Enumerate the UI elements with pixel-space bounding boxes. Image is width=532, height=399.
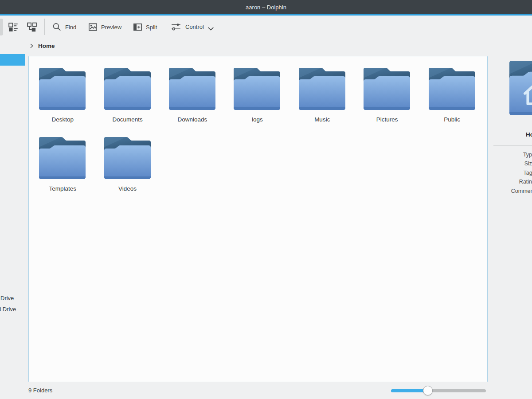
folder-name: Public	[444, 116, 460, 123]
folder-name: Music	[314, 116, 330, 123]
control-button[interactable]: Control	[170, 21, 215, 33]
tree-view-button[interactable]	[26, 21, 37, 32]
folder-name: Desktop	[51, 116, 74, 123]
dolphin-window: { "window": { "title": "aaron – Dolphin"…	[0, 0, 532, 399]
places-item-home-selected[interactable]	[0, 54, 25, 66]
folder-icon	[103, 135, 153, 179]
places-panel: Drive d Drive	[0, 53, 28, 382]
zoom-slider-handle[interactable]	[423, 386, 433, 395]
split-view-icon	[133, 22, 143, 32]
folder-icon	[232, 66, 282, 110]
folder-item[interactable]: Pictures	[355, 66, 419, 135]
tree-view-icon	[26, 21, 37, 32]
folder-item[interactable]: logs	[225, 66, 289, 135]
folder-name: Videos	[118, 185, 137, 192]
information-panel: Home Type Size Tags Rating Comment	[488, 53, 532, 382]
info-field-label: Type	[488, 150, 532, 159]
folder-icon	[297, 66, 347, 110]
details-view-button[interactable]	[8, 21, 19, 32]
control-button-label: Control	[185, 23, 204, 30]
folder-name: Templates	[49, 185, 76, 192]
preview-image-icon	[88, 22, 98, 32]
folder-icon	[38, 66, 87, 110]
split-button[interactable]: Split	[133, 22, 157, 32]
breadcrumb: Home	[29, 43, 55, 49]
zoom-slider-fill	[391, 389, 428, 392]
title-bar[interactable]: aaron – Dolphin	[0, 0, 532, 14]
folder-item[interactable]: Music	[290, 66, 355, 135]
places-item-drive-2[interactable]: d Drive	[0, 306, 16, 313]
info-panel-separator	[493, 145, 532, 146]
chevron-down-icon	[207, 25, 215, 33]
main-toolbar: Find Preview Split Control	[0, 16, 532, 38]
folder-item[interactable]: Public	[419, 66, 484, 135]
chevron-right-icon	[29, 43, 35, 49]
folder-name: Pictures	[376, 116, 398, 123]
info-field-label: Comment	[488, 187, 532, 196]
folder-item[interactable]: Templates	[30, 135, 95, 204]
breadcrumb-location[interactable]: Home	[38, 43, 55, 49]
folder-view[interactable]: Desktop Documents Downloads logs	[28, 56, 488, 382]
split-button-label: Split	[146, 23, 157, 30]
preview-button[interactable]: Preview	[88, 22, 121, 32]
folder-icon	[362, 66, 412, 110]
folder-item[interactable]: Downloads	[160, 66, 225, 135]
folder-name: Downloads	[178, 116, 207, 123]
info-field-label: Size	[488, 159, 532, 168]
details-view-icon	[8, 21, 19, 32]
window-title: aaron – Dolphin	[246, 4, 286, 11]
zoom-slider[interactable]	[391, 382, 486, 399]
folder-icon	[168, 66, 217, 110]
folder-item[interactable]: Videos	[95, 135, 160, 204]
find-button[interactable]: Find	[52, 22, 76, 32]
folder-icon	[427, 66, 477, 110]
find-button-label: Find	[65, 23, 76, 30]
control-sliders-icon	[170, 22, 182, 32]
folder-icon	[38, 135, 87, 179]
search-icon	[52, 22, 62, 32]
folder-name: logs	[252, 116, 263, 123]
cropped-toolbar-button[interactable]	[0, 19, 3, 35]
preview-button-label: Preview	[101, 23, 121, 30]
folder-icon	[103, 66, 153, 110]
places-item-drive[interactable]: Drive	[0, 295, 14, 301]
toolbar-separator	[44, 19, 45, 35]
folder-name: Documents	[112, 116, 142, 123]
info-field-labels: Type Size Tags Rating Comment	[488, 150, 532, 196]
folder-grid: Desktop Documents Downloads logs	[29, 56, 487, 204]
status-bar: 9 Folders	[0, 382, 532, 399]
location-bar[interactable]: Home	[0, 38, 532, 53]
info-field-label: Tags	[488, 168, 532, 177]
folder-item[interactable]: Desktop	[30, 66, 95, 135]
info-field-label: Rating	[488, 177, 532, 186]
folder-count-text: 9 Folders	[28, 387, 52, 394]
info-panel-title: Home	[526, 131, 532, 138]
home-folder-icon	[508, 59, 532, 115]
folder-item[interactable]: Documents	[95, 66, 160, 135]
